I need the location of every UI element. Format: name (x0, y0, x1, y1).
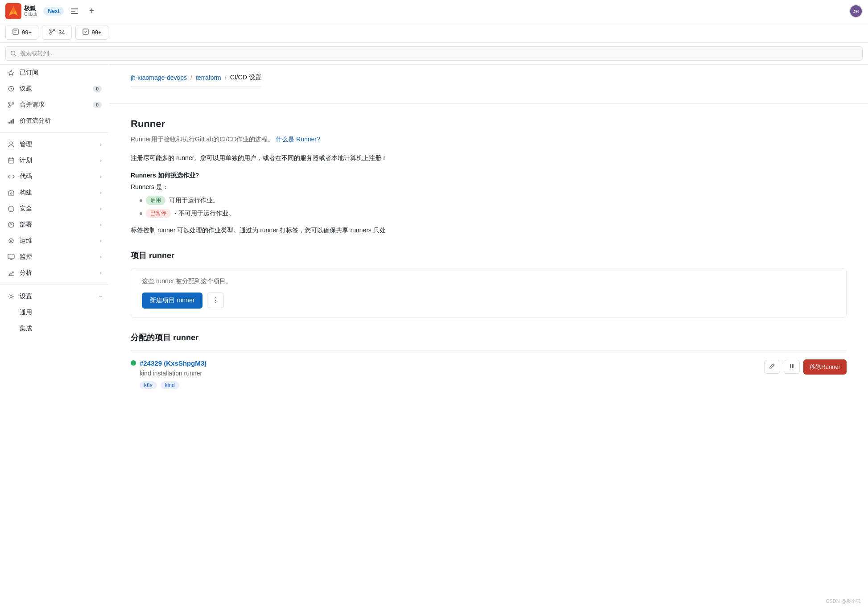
bullet-enabled-text: 可用于运行作业。 (169, 197, 219, 205)
sidebar-subitem-general[interactable]: 通用 (0, 305, 109, 321)
sidebar-item-analytics[interactable]: 分析 › (0, 265, 109, 281)
runner-id-link[interactable]: #24329 (KxsShpgM3) (140, 359, 207, 367)
svg-point-36 (10, 240, 12, 242)
merge-requests-nav-icon (7, 101, 15, 109)
build-icon (7, 189, 15, 197)
tag-kind: kind (161, 381, 179, 389)
plan-icon (7, 157, 15, 165)
sidebar-divider-1 (0, 132, 109, 133)
sidebar-item-label-code: 代码 (20, 173, 32, 181)
issues-count: 99+ (22, 29, 32, 36)
runners-are-text: Runners 是： (131, 183, 847, 191)
how-select-title: Runners 如何挑选作业? (131, 172, 847, 180)
what-is-runner-link[interactable]: 什么是 Runner? (276, 136, 320, 143)
sidebar-item-label-security: 安全 (20, 205, 32, 213)
issues-counter[interactable]: 99+ (5, 25, 38, 40)
more-options-button[interactable]: ⋮ (207, 293, 224, 308)
sidebar-item-monitor[interactable]: 监控 › (0, 249, 109, 265)
operations-icon (7, 237, 15, 245)
sidebar-item-label-monitor: 监控 (20, 253, 32, 261)
new-runner-button[interactable]: 新建项目 runner (142, 293, 203, 309)
tag-note: 标签控制 runner 可以处理的作业类型。通过为 runner 打标签，您可以… (131, 225, 847, 236)
runner-desc-text: Runner用于接收和执行GitLab的CI/CD作业的进程。 (131, 136, 274, 143)
sidebar-item-label-management: 管理 (20, 140, 32, 148)
breadcrumb-area: jh-xiaomage-devops / terraform / CI/CD 设… (109, 65, 868, 104)
svg-point-22 (8, 106, 10, 107)
project-runner-title: 项目 runner (131, 250, 847, 261)
value-stream-icon (7, 117, 15, 125)
bullet-paused-text: - 不可用于运行作业。 (174, 210, 235, 218)
sidebar-item-operations[interactable]: 运维 › (0, 233, 109, 249)
security-chevron-icon: › (100, 206, 102, 212)
svg-rect-16 (83, 29, 88, 34)
sidebar-item-subscribed[interactable]: 已订阅 (0, 65, 109, 81)
sidebar-item-label-deploy: 部署 (20, 221, 32, 229)
badge-paused: 已暂停 (146, 209, 171, 218)
layout: 已订阅 议题 0 合并请求 0 (0, 65, 868, 610)
search-placeholder: 搜索或转到... (20, 49, 54, 58)
sidebar-item-management[interactable]: 管理 › (0, 136, 109, 152)
build-chevron-icon: › (100, 190, 102, 196)
todo-counter[interactable]: 99+ (75, 25, 108, 40)
bullet-paused: 已暂停 - 不可用于运行作业。 (140, 209, 847, 218)
breadcrumb-sep-1: / (190, 74, 192, 81)
svg-rect-4 (71, 8, 78, 9)
monitor-icon (7, 253, 15, 261)
sidebar-item-settings[interactable]: 设置 › (0, 289, 109, 305)
sidebar-item-label-subscribed: 已订阅 (20, 69, 38, 77)
svg-point-12 (50, 29, 51, 31)
runner-block-actions: 新建项目 runner ⋮ (142, 293, 835, 309)
svg-point-23 (12, 103, 14, 104)
runner-row: #24329 (KxsShpgM3) kind installation run… (131, 350, 847, 398)
sidebar-item-code[interactable]: 代码 › (0, 169, 109, 185)
breadcrumb-link-org[interactable]: jh-xiaomage-devops (131, 74, 187, 81)
svg-point-17 (11, 51, 15, 55)
sidebar-item-deploy[interactable]: 部署 › (0, 217, 109, 233)
add-button[interactable]: + (85, 5, 98, 17)
sidebar-item-security[interactable]: 安全 › (0, 201, 109, 217)
general-label: 通用 (20, 309, 32, 317)
breadcrumb-link-repo[interactable]: terraform (196, 74, 221, 81)
sidebar-item-build[interactable]: 构建 › (0, 185, 109, 201)
runner-bullets: 启用 可用于运行作业。 已暂停 - 不可用于运行作业。 (131, 196, 847, 218)
sidebar-item-value-stream[interactable]: 价值流分析 (0, 113, 109, 129)
plan-chevron-icon: › (100, 157, 102, 164)
tag-k8s: k8s (140, 381, 157, 389)
issues-badge: 0 (93, 86, 102, 92)
runner-block-description: 这些 runner 被分配到这个项目。 (142, 277, 835, 285)
runner-status-dot (131, 360, 136, 366)
breadcrumb-current: CI/CD 设置 (230, 74, 261, 82)
search-input-wrap[interactable]: 搜索或转到... (5, 46, 863, 61)
runner-info: #24329 (KxsShpgM3) kind installation run… (131, 359, 207, 389)
watermark: CSDN @极小狐 (826, 598, 861, 605)
management-chevron-icon: › (100, 141, 102, 148)
sidebar-item-label-operations: 运维 (20, 237, 32, 245)
svg-rect-6 (71, 13, 78, 14)
next-badge[interactable]: Next (43, 7, 64, 16)
assigned-section: 分配的项目 runner #24329 (KxsShpgM3) kind ins… (131, 332, 847, 398)
pause-runner-button[interactable] (784, 360, 800, 374)
sidebar-item-label-settings: 设置 (20, 293, 32, 301)
svg-point-35 (9, 239, 13, 243)
svg-line-18 (15, 55, 17, 57)
sidebar-item-label-plan: 计划 (20, 157, 32, 165)
svg-point-13 (50, 33, 51, 34)
logo-sub-text: GitLab (24, 12, 37, 16)
toggle-sidebar-button[interactable] (68, 5, 81, 17)
edit-icon (769, 363, 775, 371)
merge-requests-counter[interactable]: 34 (42, 25, 71, 40)
sidebar-item-issues[interactable]: 议题 0 (0, 81, 109, 97)
svg-line-42 (773, 365, 774, 366)
management-icon (7, 140, 15, 148)
sidebar-item-label-issues: 议题 (20, 85, 32, 93)
edit-runner-button[interactable] (764, 360, 780, 374)
svg-point-33 (10, 193, 12, 194)
avatar[interactable]: JH (849, 4, 863, 18)
sidebar-subitem-integrations[interactable]: 集成 (0, 321, 109, 337)
svg-rect-5 (71, 11, 75, 12)
breadcrumb-sep-2: / (225, 74, 227, 81)
svg-rect-25 (8, 122, 10, 124)
remove-runner-button[interactable]: 移除Runner (803, 359, 847, 375)
sidebar-item-plan[interactable]: 计划 › (0, 152, 109, 169)
sidebar-item-merge-requests[interactable]: 合并请求 0 (0, 97, 109, 113)
